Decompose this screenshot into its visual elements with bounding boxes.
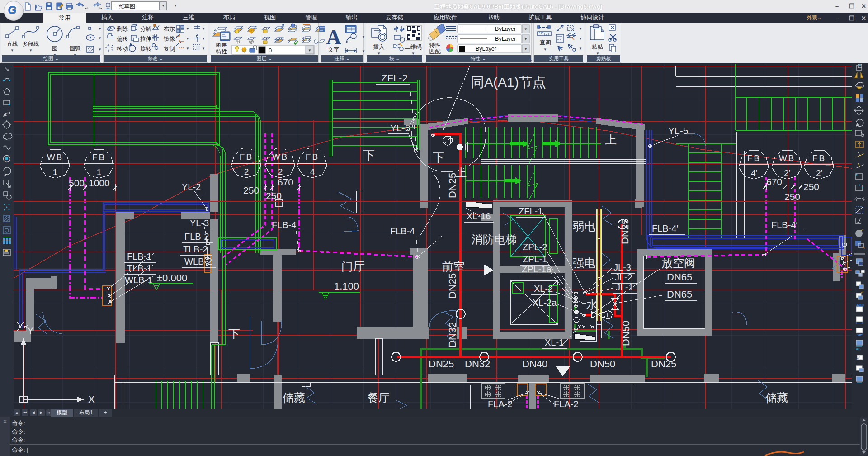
svg-text:前室: 前室 <box>442 260 465 273</box>
svg-text:匹配: 匹配 <box>429 48 441 55</box>
svg-text:TLB-2: TLB-2 <box>183 244 208 254</box>
svg-text:下: 下 <box>433 151 444 164</box>
svg-text:XL-1: XL-1 <box>545 337 564 347</box>
svg-text:移动: 移动 <box>117 46 128 52</box>
svg-text:670: 670 <box>766 176 782 187</box>
svg-text:图层: 图层 <box>216 42 227 48</box>
svg-text:二维码: 二维码 <box>405 44 422 50</box>
svg-text:YL-2: YL-2 <box>182 182 201 192</box>
svg-text:250: 250 <box>266 190 282 201</box>
svg-text:查询: 查询 <box>540 39 551 46</box>
svg-text:DN65: DN65 <box>667 289 692 300</box>
svg-text:1: 1 <box>53 167 58 177</box>
svg-text:▼: ▼ <box>98 48 102 52</box>
svg-text:强电: 强电 <box>573 256 595 269</box>
svg-text:500: 500 <box>69 178 85 188</box>
svg-text:2′: 2′ <box>784 168 791 178</box>
svg-text:布尔: 布尔 <box>164 26 175 32</box>
svg-text:YL-5: YL-5 <box>390 123 410 133</box>
svg-text:分解: 分解 <box>140 26 152 32</box>
svg-text:文字: 文字 <box>328 47 340 53</box>
svg-text:FLA-2: FLA-2 <box>488 399 512 409</box>
svg-text:餐厅: 餐厅 <box>367 391 390 404</box>
svg-text:A: A <box>326 26 341 49</box>
svg-text:AB: AB <box>856 347 861 351</box>
svg-text:DN25: DN25 <box>651 358 676 370</box>
svg-text:多段线: 多段线 <box>23 41 39 47</box>
svg-text:250: 250 <box>784 191 800 202</box>
svg-text:▼: ▼ <box>411 52 415 56</box>
svg-text:同A(A1)节点: 同A(A1)节点 <box>471 75 546 90</box>
svg-text:JL-1: JL-1 <box>616 282 633 292</box>
svg-text:1.100: 1.100 <box>334 280 359 292</box>
svg-text:▼: ▼ <box>596 52 599 56</box>
svg-text:▼: ▼ <box>362 49 365 53</box>
svg-text:放空阀: 放空阀 <box>661 256 695 269</box>
svg-text:ABC: ABC <box>856 303 864 307</box>
svg-text:YL-5: YL-5 <box>668 125 688 136</box>
svg-text:DN25: DN25 <box>447 273 458 299</box>
svg-text:670: 670 <box>278 177 293 187</box>
svg-text:ZPL-2: ZPL-2 <box>523 242 547 252</box>
svg-text:FLB-4′: FLB-4′ <box>652 223 678 233</box>
svg-text:⇱: ⇱ <box>529 57 533 62</box>
svg-text:复制: 复制 <box>164 46 175 52</box>
svg-text:1000: 1000 <box>89 178 110 188</box>
svg-text:ZFL-1: ZFL-1 <box>519 206 542 216</box>
svg-text:特性: 特性 <box>429 42 441 48</box>
svg-text:4′: 4′ <box>751 168 758 178</box>
svg-text:▼: ▼ <box>202 47 205 51</box>
svg-text:上: 上 <box>605 133 617 147</box>
svg-text:水: 水 <box>586 298 598 311</box>
svg-text:▼: ▼ <box>202 27 205 31</box>
svg-text:FB: FB <box>92 152 106 162</box>
svg-text:▼: ▼ <box>377 52 381 56</box>
svg-text:插入: 插入 <box>373 44 385 50</box>
svg-text:▼: ▼ <box>308 48 311 52</box>
svg-text:WB: WB <box>47 152 64 162</box>
svg-text:DN25: DN25 <box>447 173 458 198</box>
svg-text:ZPL-1: ZPL-1 <box>523 254 547 264</box>
svg-text:XL-2: XL-2 <box>534 284 553 294</box>
svg-text:下: 下 <box>363 148 375 162</box>
svg-text:下: 下 <box>228 327 240 341</box>
svg-text:▼: ▼ <box>186 37 189 41</box>
svg-text:TLB-1: TLB-1 <box>127 263 151 273</box>
svg-text:▼: ▼ <box>524 37 528 41</box>
svg-text:JL-2: JL-2 <box>615 272 632 282</box>
svg-text:DN50: DN50 <box>620 321 632 346</box>
svg-text:弱电: 弱电 <box>573 220 595 233</box>
svg-text:FB: FB <box>812 153 826 163</box>
svg-text:WLB-2: WLB-2 <box>184 256 212 266</box>
svg-text:DN65: DN65 <box>667 271 692 283</box>
svg-text:▼: ▼ <box>579 47 582 51</box>
svg-text:DN32: DN32 <box>465 358 490 370</box>
svg-text:删除: 删除 <box>117 26 128 32</box>
svg-text:250: 250 <box>803 181 819 192</box>
svg-text:FLB-4: FLB-4 <box>272 220 296 230</box>
svg-text:ByLayer: ByLayer <box>495 36 516 42</box>
svg-text:圆: 圆 <box>52 45 57 52</box>
svg-text:WB: WB <box>272 152 289 162</box>
svg-text:▼: ▼ <box>186 47 189 51</box>
svg-text:▼: ▼ <box>98 27 102 31</box>
svg-text:▼: ▼ <box>543 48 547 52</box>
svg-text:▼: ▼ <box>29 48 33 52</box>
svg-text:4: 4 <box>310 167 315 176</box>
svg-text:消防电梯: 消防电梯 <box>472 233 517 246</box>
svg-text:FLB-1: FLB-1 <box>127 252 151 261</box>
svg-text:偏移: 偏移 <box>117 36 128 42</box>
svg-text:±0.000: ±0.000 <box>157 272 187 284</box>
svg-text:250: 250 <box>243 185 259 195</box>
svg-text:▼: ▼ <box>10 48 14 52</box>
svg-text:ZFL-2: ZFL-2 <box>381 72 408 84</box>
svg-text:DN32: DN32 <box>447 322 458 347</box>
svg-text:WLB-1: WLB-1 <box>125 275 152 285</box>
svg-text:XL-2a: XL-2a <box>533 298 557 308</box>
svg-text:YL-3: YL-3 <box>190 218 209 228</box>
svg-text:XL-16: XL-16 <box>467 211 491 221</box>
svg-text:DN25: DN25 <box>429 358 454 370</box>
svg-text:DN50: DN50 <box>590 358 615 370</box>
svg-text:特性: 特性 <box>216 48 228 55</box>
svg-text:DN25: DN25 <box>619 219 631 244</box>
